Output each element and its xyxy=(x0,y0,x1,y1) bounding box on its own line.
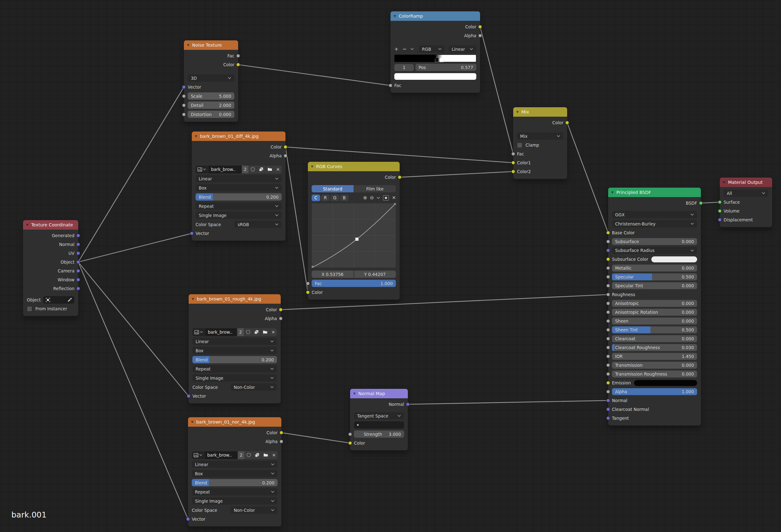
output-socket[interactable] xyxy=(236,63,240,67)
open-image-button[interactable] xyxy=(265,166,274,173)
param-widget[interactable]: Normal xyxy=(612,397,697,404)
interpolation-dropdown[interactable]: Linear xyxy=(449,45,476,53)
input-socket[interactable] xyxy=(187,394,191,398)
output-socket[interactable] xyxy=(398,175,402,179)
open-image-button[interactable] xyxy=(261,451,270,459)
input-socket[interactable] xyxy=(606,399,610,402)
ramp-stop-black[interactable] xyxy=(435,57,439,62)
input-socket[interactable] xyxy=(348,441,352,445)
stop-index-field[interactable]: 1 xyxy=(394,64,414,71)
param-widget[interactable]: Transmission 0.000 xyxy=(612,362,697,369)
node-header[interactable]: ▼ Normal Map xyxy=(350,389,408,398)
output-socket[interactable] xyxy=(76,269,80,273)
input-socket[interactable] xyxy=(606,301,610,305)
source-dropdown[interactable]: Single Image xyxy=(196,212,282,219)
param-widget[interactable]: Transmission Roughness 0.000 xyxy=(612,371,697,377)
collapse-icon[interactable]: ▼ xyxy=(353,392,356,395)
fake-user-button[interactable] xyxy=(244,328,252,336)
clamp-checkbox[interactable] xyxy=(517,142,522,148)
eyedropper-icon[interactable] xyxy=(68,298,72,302)
output-socket[interactable] xyxy=(280,431,283,435)
collapse-icon[interactable]: ▼ xyxy=(26,223,28,227)
open-image-button[interactable] xyxy=(261,328,270,336)
output-socket[interactable] xyxy=(478,34,482,38)
users-count-button[interactable]: 2 xyxy=(238,451,244,459)
input-socket[interactable] xyxy=(606,319,610,323)
projection-dropdown[interactable]: Box xyxy=(196,184,282,192)
input-socket[interactable] xyxy=(511,152,515,156)
image-name-field[interactable]: bark_brow.. xyxy=(208,166,242,173)
point-x-field[interactable]: X 0.53756 xyxy=(312,271,354,278)
curve-widget[interactable] xyxy=(312,203,396,269)
node-header[interactable]: ▼ Texture Coordinate xyxy=(23,220,78,230)
clipping-options-button[interactable] xyxy=(383,195,389,201)
node-header[interactable]: ▼ Mix xyxy=(513,107,567,117)
subsurface-method-dropdown[interactable]: Christensen-Burley xyxy=(612,220,697,228)
output-socket[interactable] xyxy=(280,440,283,443)
input-socket[interactable] xyxy=(606,337,610,340)
scale-slider[interactable]: Scale 5.000 xyxy=(188,92,234,100)
ramp-options-dropdown-icon[interactable] xyxy=(410,48,414,50)
channel-b-button[interactable]: B xyxy=(340,195,348,201)
input-socket[interactable] xyxy=(190,232,194,235)
fake-user-button[interactable] xyxy=(245,451,253,459)
input-socket[interactable] xyxy=(186,517,190,521)
channel-g-button[interactable]: G xyxy=(331,195,339,201)
blend-type-dropdown[interactable]: Mix xyxy=(517,132,563,140)
node-header[interactable]: ▼ Principled BSDF xyxy=(608,188,701,197)
projection-dropdown[interactable]: Box xyxy=(193,347,277,354)
distribution-dropdown[interactable]: GGX xyxy=(612,211,697,218)
collapse-icon[interactable]: ▼ xyxy=(195,135,197,138)
param-widget[interactable]: Alpha 1.000 xyxy=(612,388,697,395)
input-socket[interactable] xyxy=(606,381,610,385)
distortion-slider[interactable]: Distortion 0.000 xyxy=(188,111,234,118)
input-socket[interactable] xyxy=(606,293,610,296)
output-socket[interactable] xyxy=(76,234,80,238)
new-image-button[interactable] xyxy=(257,166,265,173)
projection-dropdown[interactable]: Box xyxy=(192,470,278,477)
channel-r-button[interactable]: R xyxy=(321,195,330,201)
collapse-icon[interactable]: ▼ xyxy=(192,298,194,300)
stop-color-swatch[interactable] xyxy=(394,73,476,80)
output-socket[interactable] xyxy=(478,25,482,29)
input-socket[interactable] xyxy=(606,416,610,420)
color-mode-dropdown[interactable]: RGB xyxy=(419,45,445,53)
unlink-image-button[interactable]: ✕ xyxy=(270,451,278,459)
new-image-button[interactable] xyxy=(252,328,260,336)
image-name-field[interactable]: bark_brow.. xyxy=(204,451,238,459)
output-socket[interactable] xyxy=(284,154,287,158)
new-image-button[interactable] xyxy=(253,451,261,459)
point-y-field[interactable]: Y 0.44207 xyxy=(354,271,396,278)
input-socket[interactable] xyxy=(306,290,310,294)
param-color-swatch[interactable] xyxy=(634,380,697,386)
node-header[interactable]: ▼ bark_brown_01_nor_4k.jpg xyxy=(188,417,281,427)
channel-c-button[interactable]: C xyxy=(312,195,320,201)
param-color-swatch[interactable] xyxy=(651,256,697,262)
input-socket[interactable] xyxy=(606,390,610,394)
source-dropdown[interactable]: Single Image xyxy=(193,374,277,381)
strength-slider[interactable]: Strength 3.000 xyxy=(354,431,404,438)
curve-options-dropdown-icon[interactable] xyxy=(377,197,380,199)
fac-slider[interactable]: Fac 1.000 xyxy=(312,280,396,287)
input-socket[interactable] xyxy=(606,355,610,358)
image-browse-button[interactable] xyxy=(192,451,204,459)
stop-position-slider[interactable]: Pos 0.577 xyxy=(415,64,476,71)
curve-point-selected[interactable] xyxy=(356,238,359,241)
output-socket[interactable] xyxy=(76,278,80,282)
input-socket[interactable] xyxy=(606,231,610,235)
unlink-image-button[interactable]: ✕ xyxy=(270,328,277,336)
input-socket[interactable] xyxy=(606,372,610,376)
input-socket[interactable] xyxy=(606,266,610,270)
node-header[interactable]: ▼ RGB Curves xyxy=(308,162,400,171)
output-socket[interactable] xyxy=(284,145,287,149)
delete-point-icon[interactable]: ✕ xyxy=(392,195,396,201)
node-header[interactable]: ▼ bark_brown_01_diff_4k.jpg xyxy=(192,131,285,141)
param-widget[interactable]: Subsurface 0.000 xyxy=(612,238,697,245)
color-ramp-gradient[interactable] xyxy=(394,54,476,62)
input-socket[interactable] xyxy=(606,407,610,411)
input-socket[interactable] xyxy=(511,161,515,165)
param-widget[interactable]: IOR 1.450 xyxy=(612,353,697,360)
input-socket[interactable] xyxy=(606,310,610,314)
curve-point-end[interactable] xyxy=(394,203,396,205)
input-socket[interactable] xyxy=(606,257,610,261)
